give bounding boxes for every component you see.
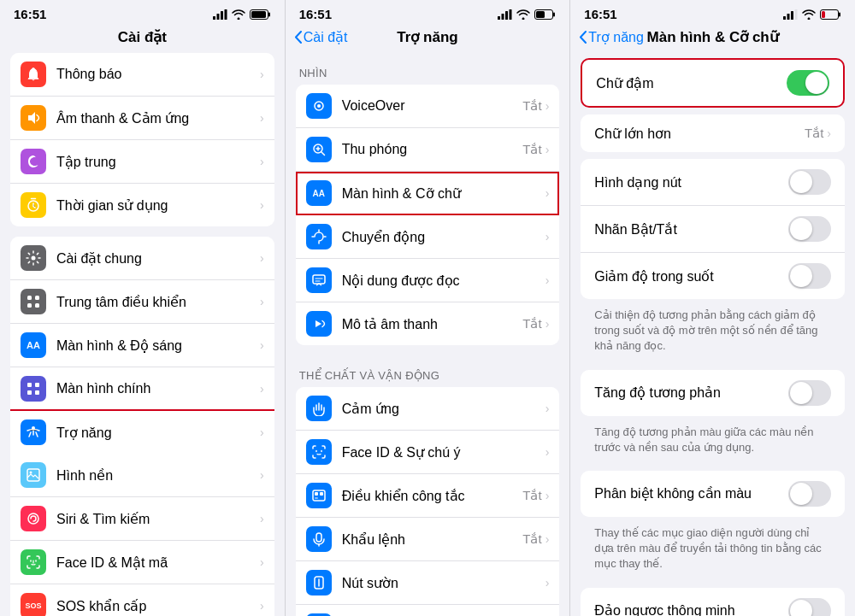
taptrung-label: Tập trung — [56, 154, 260, 170]
back-btn-2[interactable]: Cài đặt — [294, 29, 348, 45]
svg-rect-39 — [315, 492, 318, 496]
settings-item-trungtam[interactable]: Trung tâm điều khiển › — [10, 280, 274, 324]
chevron-icon: › — [260, 382, 264, 396]
svg-rect-50 — [795, 9, 798, 20]
settings-item-manhinhchinh[interactable]: Màn hình chính › — [10, 367, 274, 411]
tronang-icon — [21, 419, 46, 445]
phanbiet-toggle[interactable] — [788, 481, 831, 507]
appletvremote-item[interactable]: Apple TV Remote › — [296, 605, 560, 616]
chulonhon-value: Tắt — [805, 126, 823, 141]
daonguoc-toggle[interactable] — [788, 598, 831, 617]
speech-icon — [311, 273, 327, 288]
dieukien-label: Điều khiển công tắc — [342, 488, 523, 504]
nutsuon-item[interactable]: Nút sườn › — [296, 561, 560, 605]
chevron-icon: › — [260, 67, 264, 81]
mota-item[interactable]: Mô tả âm thanh Tắt › — [296, 302, 560, 345]
hinhanh-icon — [21, 462, 46, 488]
daonguoc-item[interactable]: Đảo ngược thông minh — [581, 588, 845, 617]
nhanbattat-toggle[interactable] — [788, 216, 831, 242]
thupong-icon — [306, 137, 332, 162]
chulonhon-item[interactable]: Chữ lớn hơn Tắt › — [581, 114, 845, 152]
manhinhcochu-icon: AA — [306, 180, 332, 206]
settings-item-faceid[interactable]: Face ID & Mật mã › — [10, 541, 274, 584]
settings-group-notifications: Thông báo › Âm thanh & Cảm ứng › Tập tru… — [10, 53, 274, 226]
settings-item-amthanh[interactable]: Âm thanh & Cảm ứng › — [10, 97, 274, 140]
manhinhcochu-label: Màn hình & Cỡ chữ — [342, 185, 545, 202]
nav-title-1: Cài đặt — [118, 28, 167, 46]
settings-item-hinhanh[interactable]: Hình nền › — [10, 454, 274, 497]
svg-point-35 — [317, 104, 321, 108]
svg-point-20 — [30, 472, 32, 474]
back-btn-3[interactable]: Trợ năng — [579, 29, 644, 45]
thoigian-label: Thời gian sử dụng — [56, 197, 260, 214]
svg-point-9 — [32, 256, 36, 261]
faceid-icon-svg — [26, 554, 41, 570]
nav-bar-1: Cài đặt — [0, 25, 285, 53]
svg-rect-10 — [27, 296, 32, 300]
back-label-2: Cài đặt — [304, 29, 348, 45]
khaulenh-item[interactable]: Khẩu lệnh Tắt › — [296, 518, 560, 561]
nav-bar-2: Cài đặt Trợ năng — [286, 25, 570, 53]
giamdo-toggle[interactable] — [788, 263, 831, 289]
dieukien-item[interactable]: Điều khiển công tắc Tắt › — [296, 474, 560, 518]
svg-rect-27 — [498, 16, 500, 20]
back-chevron-icon-3 — [579, 31, 587, 44]
settings-item-manhinh[interactable]: AA Màn hình & Độ sáng › — [10, 324, 274, 367]
chudams-item[interactable]: Chữ đậm — [582, 60, 843, 106]
svg-rect-0 — [213, 16, 215, 20]
tangdo-toggle[interactable] — [788, 380, 831, 406]
settings-item-thoigian[interactable]: Thời gian sử dụng › — [10, 184, 274, 226]
settings-item-siri[interactable]: Siri & Tìm kiếm › — [10, 497, 274, 541]
giamdo-item[interactable]: Giảm độ trong suốt — [581, 253, 845, 299]
thupong-item[interactable]: Thu phóng Tắt › — [296, 128, 560, 172]
svg-rect-33 — [536, 11, 545, 18]
faceidsy-icon — [306, 439, 332, 465]
noidung-item[interactable]: Nội dung được đọc › — [296, 259, 560, 302]
settings-item-tronang[interactable]: Trợ năng › — [10, 411, 274, 454]
nhanbattat-item[interactable]: Nhãn Bật/Tắt — [581, 206, 845, 253]
sos-icon: SOS — [21, 593, 46, 616]
nhin-group: VoiceOver Tắt › Thu phóng Tắt › AA Màn h… — [296, 85, 560, 345]
hinhnut-label: Hình dạng nút — [594, 174, 788, 191]
sos-label: SOS khẩn cấp — [56, 598, 260, 614]
mota-value: Tắt — [522, 316, 541, 331]
side-btn-icon — [311, 575, 327, 590]
svg-rect-32 — [553, 12, 555, 16]
thupong-label: Thu phóng — [342, 142, 523, 157]
camung-icon — [306, 396, 332, 421]
camung-item[interactable]: Cảm ứng › — [296, 387, 560, 431]
phanbiet-item[interactable]: Phân biệt không cần màu — [581, 471, 845, 517]
tangdo-group: Tăng độ tương phản — [581, 370, 845, 416]
svg-rect-1 — [216, 14, 219, 20]
manhinhcochu-item[interactable]: AA Màn hình & Cỡ chữ › — [296, 172, 560, 215]
settings-item-sos[interactable]: SOS SOS khẩn cấp › — [10, 584, 274, 616]
nutsuon-icon — [306, 570, 332, 595]
voiceover-item[interactable]: VoiceOver Tắt › — [296, 85, 560, 128]
manhinh-label: Màn hình & Độ sáng — [56, 337, 260, 354]
chevron-icon: › — [545, 273, 550, 287]
chevron-icon: › — [545, 402, 550, 415]
chevron-icon: › — [545, 230, 550, 243]
settings-item-caidatchung[interactable]: Cài đặt chung › — [10, 237, 274, 280]
svg-rect-2 — [221, 11, 223, 20]
chuyendong-item[interactable]: Chuyển động › — [296, 215, 560, 259]
faceidsy-label: Face ID & Sự chú ý — [342, 444, 545, 461]
voiceover-icon — [306, 93, 332, 119]
hinhnut-toggle[interactable] — [788, 169, 831, 195]
faceidsy-item[interactable]: Face ID & Sự chú ý › — [296, 431, 560, 474]
status-bar-3: 16:51 — [570, 0, 855, 25]
panel1: 16:51 Cài đặt — [0, 0, 286, 616]
tangdo-item[interactable]: Tăng độ tương phản — [581, 370, 845, 416]
chudams-toggle[interactable] — [787, 70, 829, 96]
settings-item-taptrung[interactable]: Tập trung › — [10, 140, 274, 184]
switch-icon — [311, 488, 327, 503]
settings-item-thongbao[interactable]: Thông báo › — [10, 53, 274, 97]
svg-rect-15 — [35, 383, 39, 387]
svg-marker-7 — [28, 112, 35, 124]
svg-rect-30 — [510, 9, 512, 20]
phanbiet-wrapper: Phân biệt không cần màu Thay thế các mục… — [570, 471, 855, 581]
taptrung-icon — [21, 149, 46, 174]
noidung-label: Nội dung được đọc — [342, 273, 545, 289]
svg-rect-14 — [27, 383, 32, 387]
hinhnut-item[interactable]: Hình dạng nút — [581, 159, 845, 206]
